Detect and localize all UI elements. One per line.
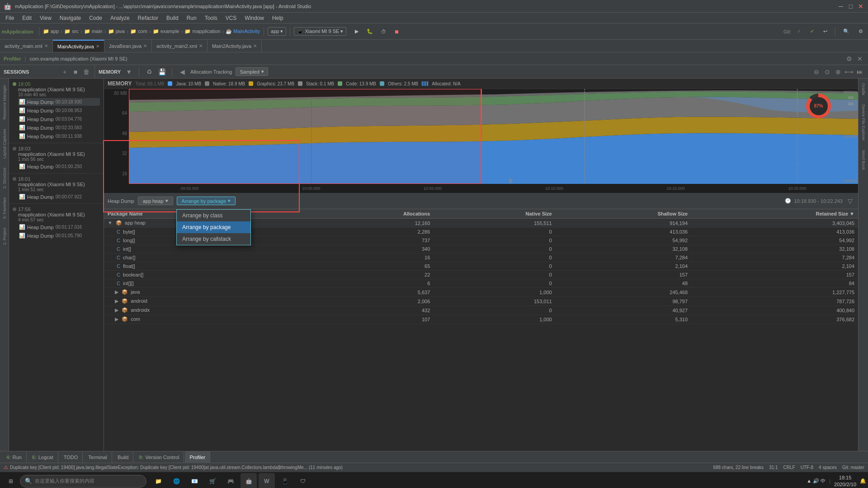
taskbar-app-2[interactable]: 🌐 [168,473,184,488]
profile-btn[interactable]: ⏱ [378,27,389,36]
expand-toggle[interactable]: ▶ [115,316,118,322]
arrange-by-package-option[interactable]: Arrange by package [177,221,250,233]
taskbar-app-word[interactable]: W [259,473,275,488]
settings-icon-btn[interactable]: ⚙ [844,54,854,63]
stop-session-btn[interactable]: ■ [71,67,80,76]
menu-item-navigate[interactable]: Navigate [56,14,85,22]
resource-manager-tab[interactable]: Resource Manager [1,82,8,122]
add-session-btn[interactable]: + [60,67,69,76]
table-row[interactable]: ▶ 📦 com 107 1,000 5,310 376,682 [104,315,858,324]
expand-toggle[interactable]: ▶ [115,307,118,313]
back-btn[interactable]: ◀ [178,67,187,76]
session-item-1-5[interactable]: 📊 Heap Dump 00:00:11.938 [18,132,100,140]
filter-btn[interactable]: ▽ [845,197,854,206]
tab-close-icon[interactable]: ✕ [96,44,99,49]
skip-end-btn[interactable]: ⏭ [855,67,864,76]
maximize-button[interactable]: □ [847,3,854,10]
app-heap-dropdown[interactable]: app heap ▾ [138,197,173,205]
zoom-in-btn[interactable]: ⊕ [834,67,843,76]
tab-close-icon[interactable]: ✕ [44,43,48,48]
stop-btn[interactable]: ⏹ [391,27,402,36]
favorites-tab[interactable]: 5: Favorites [1,195,8,221]
del-session-btn[interactable]: 🗑 [82,67,91,76]
captures-tab[interactable]: Layout Captures [1,126,8,161]
force-gc-btn[interactable]: ♻ [145,67,154,76]
app-dropdown[interactable]: app ▾ [268,27,286,36]
arrange-by-class-option[interactable]: Arrange by class [177,210,250,221]
notification-bell[interactable]: 🔔 [860,478,866,484]
close-button[interactable]: ✕ [857,3,864,10]
session-item-1-4[interactable]: 📊 Heap Dump 00:02:33.583 [18,124,100,131]
taskbar-app-4[interactable]: 🛒 [204,473,221,488]
table-row[interactable]: C float[] 65 0 2,104 2,104 [104,262,858,271]
session-item-4-2[interactable]: 📊 Heap Dump 00:01:05.790 [18,232,100,239]
menu-item-analyze[interactable]: Analyze [107,14,133,22]
git-check-btn[interactable]: ✓ [794,27,804,36]
table-row[interactable]: C boolean[] 22 0 157 157 [104,271,858,279]
bottom-tab-version-control[interactable]: 9:Version Control [134,451,184,463]
tab-JavaBean-java[interactable]: JavaBean.java✕ [104,40,152,52]
tab-close-icon[interactable]: ✕ [253,43,257,48]
tab-activity_main2-xml[interactable]: activity_main2.xml✕ [152,40,208,52]
expand-toggle[interactable]: ▶ [115,298,118,304]
table-row[interactable]: ▶ 📦 android 2,006 153,011 98,797 787,726 [104,297,858,306]
tab-MainActivity-java[interactable]: MainActivity.java✕ [53,40,104,52]
menu-item-window[interactable]: Window [241,14,268,22]
zoom-fit-btn[interactable]: ⟷ [844,67,854,76]
word-book-tab[interactable]: Word Book [860,147,867,173]
session-item-1-1[interactable]: 📊 Heap Dump 00:10:18.930 [18,98,100,106]
delete-dump-btn[interactable]: 🗑 [508,178,514,184]
memory-settings-btn[interactable]: ▼ [124,67,133,76]
device-dropdown[interactable]: 📱 Xiaomi MI 9 SE ▾ [294,27,346,36]
taskbar-app-android[interactable]: 📱 [277,473,293,488]
taskbar-app-5[interactable]: 🎮 [222,473,239,488]
table-row[interactable]: C int[][] 6 0 48 84 [104,279,858,288]
taskbar-app-3[interactable]: 📧 [186,473,203,488]
device-explorer-tab[interactable]: Device File Explorer [860,102,867,144]
start-button[interactable]: ⊞ [2,473,20,488]
table-row[interactable]: ▶ 📦 androidx 432 0 40,927 400,840 [104,306,858,315]
bottom-tab-logcat[interactable]: 6:Logcat [28,451,58,463]
taskbar-app-shield[interactable]: 🛡 [295,473,311,488]
arrange-dropdown-btn[interactable]: Arrange by package ▾ [177,197,236,205]
tab-activity_main-xml[interactable]: activity_main.xml✕ [0,40,53,52]
structure-tab[interactable]: 2: Structure [1,165,8,192]
session-item-1-3[interactable]: 📊 Heap Dump 00:03:04.776 [18,115,100,123]
bottom-tab-profiler[interactable]: Profiler [185,451,210,463]
gradle-tab[interactable]: Gradle [860,80,867,98]
menu-item-refactor[interactable]: Refactor [134,14,162,22]
git-tick-btn[interactable]: ✔ [807,27,817,36]
expand-toggle[interactable]: ▼ [108,220,113,225]
close-profiler-btn[interactable]: ✕ [855,54,864,63]
sampled-dropdown[interactable]: Sampled▾ [236,67,268,76]
arrange-by-callstack-option[interactable]: Arrange by callstack [177,233,250,245]
git-revert-btn[interactable]: ↩ [820,27,830,36]
settings-btn[interactable]: ⚙ [855,27,866,36]
tab-close-icon[interactable]: ✕ [143,43,147,48]
debug-btn[interactable]: 🐛 [363,27,376,36]
session-item-4-1[interactable]: 📊 Heap Dump 00:01:17.016 [18,223,100,231]
run-btn[interactable]: ▶ [352,27,362,36]
menu-item-help[interactable]: Help [269,14,287,22]
taskbar-app-6[interactable]: 🤖 [241,473,257,488]
zoom-reset-btn[interactable]: ⊙ [823,67,832,76]
menu-item-tools[interactable]: Tools [201,14,221,22]
bottom-tab-todo[interactable]: TODO [59,451,83,463]
session-item-1-2[interactable]: 📊 Heap Dump 00:10:08.953 [18,107,100,114]
project-tab[interactable]: 1: Project [1,225,8,248]
bottom-tab-build[interactable]: Build [113,451,133,463]
bottom-tab-terminal[interactable]: Terminal [84,451,112,463]
expand-toggle[interactable]: ▶ [115,289,118,295]
zoom-out-btn[interactable]: ⊖ [812,67,821,76]
search-btn[interactable]: 🔍 [840,27,853,36]
taskbar-search[interactable]: 🔍 在这里输入你要搜索的内容 [20,475,146,488]
menu-item-run[interactable]: Run [183,14,200,22]
menu-item-vcs[interactable]: VCS [222,14,241,22]
menu-item-build[interactable]: Build [163,14,182,22]
menu-item-file[interactable]: File [2,14,18,22]
minimize-button[interactable]: ─ [837,3,844,10]
taskbar-app-1[interactable]: 📁 [150,473,166,488]
menu-item-view[interactable]: View [36,14,55,22]
menu-item-code[interactable]: Code [85,14,106,22]
session-item-3-1[interactable]: 📊 Heap Dump 00:00:07.922 [18,193,100,201]
